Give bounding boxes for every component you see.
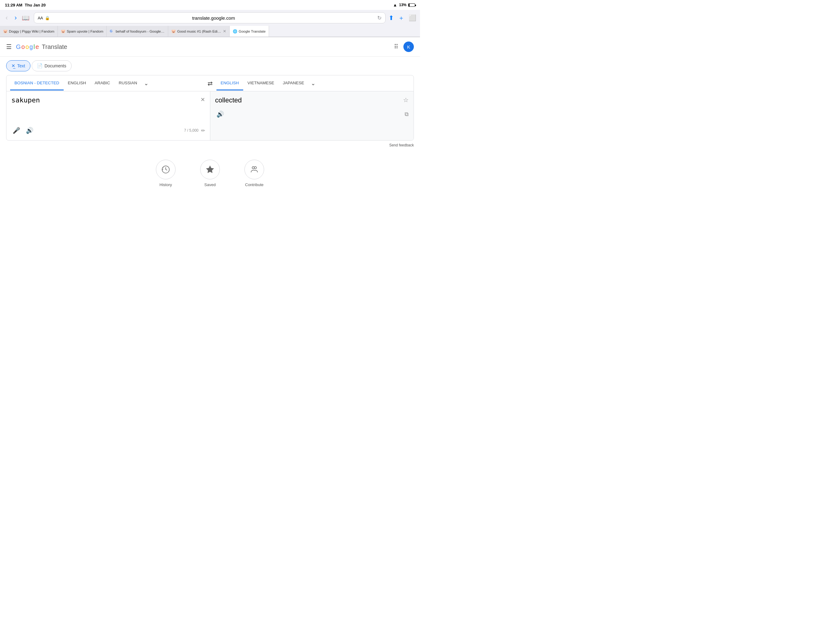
reload-button[interactable]: ↻ <box>377 15 382 21</box>
target-lang-vietnamese[interactable]: VIETNAMESE <box>243 76 279 90</box>
battery-fill <box>409 4 409 6</box>
history-label: History <box>159 182 172 187</box>
new-tab-button[interactable]: ＋ <box>398 14 404 22</box>
tab-label-3: behalf of foodisyum - Google Sea... <box>115 30 165 33</box>
browser-toolbar: ‹ › 📖 AA 🔒 translate.google.com ↻ ⬆ ＋ ⬜ <box>0 10 420 26</box>
tabs-bar: 🐷 Doggy | Piggy Wiki | Fandom 🐷 Spam upv… <box>0 26 420 37</box>
target-actions: 🔊 ⧉ <box>215 109 409 119</box>
text-tab[interactable]: ✕̲ Text <box>6 60 30 71</box>
header-left: ☰ Google Translate <box>6 43 67 51</box>
source-icons: 🎤 🔊 <box>11 125 35 135</box>
tab-3[interactable]: G behalf of foodisyum - Google Sea... <box>107 26 168 36</box>
address-bar[interactable]: AA 🔒 translate.google.com ↻ <box>34 12 385 24</box>
save-translation-button[interactable]: ☆ <box>403 96 409 104</box>
target-panel: collected ☆ 🔊 ⧉ <box>210 91 414 140</box>
tab-favicon-5: 🌐 <box>233 29 237 33</box>
status-bar: 11:29 AM Thu Jan 20 ▲ 13% <box>0 0 420 10</box>
translation-panels: ✕ 🎤 🔊 7 / 5,000 ✏ collected ☆ � <box>6 91 414 140</box>
google-translate-logo: Google Translate <box>16 43 67 51</box>
lock-icon: 🔒 <box>45 16 50 20</box>
text-tab-label: Text <box>17 63 25 68</box>
swap-languages-button[interactable]: ⇄ <box>204 80 216 87</box>
history-action[interactable]: History <box>156 160 175 187</box>
aa-text: AA <box>38 16 43 20</box>
hamburger-menu-button[interactable]: ☰ <box>6 43 12 51</box>
tab-label-4: Good music #1 (Rash Edition) | Fa... <box>177 30 221 33</box>
documents-tab-icon: 📄 <box>37 63 43 69</box>
source-panel: ✕ 🎤 🔊 7 / 5,000 ✏ <box>6 91 210 140</box>
forward-button[interactable]: › <box>13 13 19 23</box>
logo-g: G <box>16 43 21 51</box>
target-lang-dropdown[interactable]: ⌄ <box>308 78 318 89</box>
avatar[interactable]: K <box>403 41 414 52</box>
clear-source-button[interactable]: ✕ <box>201 96 205 103</box>
bookmark-button[interactable]: 📖 <box>22 14 30 22</box>
tabs-button[interactable]: ⬜ <box>409 14 416 22</box>
source-lang-english[interactable]: ENGLISH <box>64 76 90 90</box>
logo-space <box>39 43 41 51</box>
target-speaker-button[interactable]: 🔊 <box>215 109 225 119</box>
saved-label: Saved <box>204 182 216 187</box>
source-text-input[interactable] <box>11 96 205 119</box>
target-text: collected <box>215 96 409 104</box>
source-lang-list: BOSNIAN - DETECTED ENGLISH ARABIC RUSSIA… <box>10 76 204 90</box>
source-lang-bosnian[interactable]: BOSNIAN - DETECTED <box>10 76 64 90</box>
source-speaker-button[interactable]: 🔊 <box>25 125 35 135</box>
history-icon <box>161 165 170 174</box>
text-tab-icon: ✕̲ <box>11 63 15 69</box>
target-lang-japanese[interactable]: JAPANESE <box>279 76 309 90</box>
send-feedback-link[interactable]: Send feedback <box>389 143 414 147</box>
language-selectors: BOSNIAN - DETECTED ENGLISH ARABIC RUSSIA… <box>6 75 414 91</box>
source-lang-russian[interactable]: RUSSIAN <box>114 76 141 90</box>
status-right: ▲ 13% <box>393 2 415 7</box>
contribute-action[interactable]: Contribute <box>245 160 264 187</box>
tab-1[interactable]: 🐷 Doggy | Piggy Wiki | Fandom <box>0 26 58 36</box>
contribute-label: Contribute <box>245 182 264 187</box>
browser-actions: ⬆ ＋ ⬜ <box>388 14 416 22</box>
tab-5-google-translate[interactable]: 🌐 Google Translate <box>230 26 269 36</box>
source-lang-arabic[interactable]: ARABIC <box>90 76 114 90</box>
tab-2[interactable]: 🐷 Spam upvote | Fandom <box>58 26 107 36</box>
target-lang-english[interactable]: ENGLISH <box>216 76 243 90</box>
copy-translation-button[interactable]: ⧉ <box>405 111 409 117</box>
tab-label-2: Spam upvote | Fandom <box>67 30 103 33</box>
page-content: ☰ Google Translate ⠿ K ✕̲ Text 📄 Documen… <box>0 37 420 315</box>
tab-label-5: Google Translate <box>238 30 266 33</box>
mode-tabs: ✕̲ Text 📄 Documents <box>0 57 420 75</box>
time: 11:29 AM <box>5 3 22 7</box>
saved-star-icon <box>206 165 214 174</box>
logo-o2: o <box>25 43 29 51</box>
microphone-button[interactable]: 🎤 <box>11 125 22 135</box>
logo-l: l <box>33 43 35 51</box>
history-circle <box>156 160 175 179</box>
documents-tab[interactable]: 📄 Documents <box>32 60 72 71</box>
tab-favicon-1: 🐷 <box>3 29 7 33</box>
send-feedback: Send feedback <box>6 143 414 147</box>
svg-point-1 <box>252 167 254 169</box>
tab-close-4[interactable]: ✕ <box>223 29 226 33</box>
battery-percent: 13% <box>399 3 406 7</box>
contribute-icon <box>250 165 259 174</box>
logo-g2: g <box>30 43 33 51</box>
status-left: 11:29 AM Thu Jan 20 <box>5 3 46 7</box>
source-lang-dropdown[interactable]: ⌄ <box>141 78 151 89</box>
tab-favicon-3: G <box>110 29 114 33</box>
saved-action[interactable]: Saved <box>200 160 220 187</box>
tab-4[interactable]: 🐷 Good music #1 (Rash Edition) | Fa... ✕ <box>168 26 230 36</box>
share-button[interactable]: ⬆ <box>388 14 394 22</box>
source-actions: 🎤 🔊 7 / 5,000 ✏ <box>11 125 205 135</box>
documents-tab-label: Documents <box>44 63 66 68</box>
browser-chrome: ‹ › 📖 AA 🔒 translate.google.com ↻ ⬆ ＋ ⬜ … <box>0 10 420 37</box>
edit-button[interactable]: ✏ <box>201 128 205 133</box>
app-header: ☰ Google Translate ⠿ K <box>0 37 420 57</box>
back-button[interactable]: ‹ <box>4 13 9 23</box>
target-lang-list: ENGLISH VIETNAMESE JAPANESE ⌄ <box>216 76 410 90</box>
logo-e: e <box>35 43 39 51</box>
tab-label-1: Doggy | Piggy Wiki | Fandom <box>9 30 54 33</box>
google-apps-button[interactable]: ⠿ <box>394 43 398 51</box>
battery-bar <box>408 3 415 7</box>
tab-favicon-4: 🐷 <box>171 29 175 33</box>
bottom-actions: History Saved Contribute <box>0 147 420 199</box>
saved-circle <box>200 160 220 179</box>
date: Thu Jan 20 <box>25 3 46 7</box>
